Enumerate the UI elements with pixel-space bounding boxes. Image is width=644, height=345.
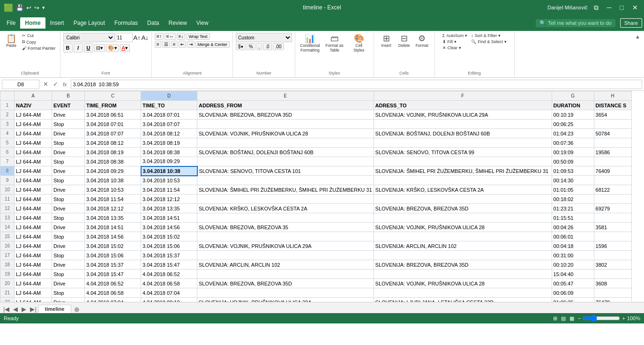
zoom-in-icon[interactable]: + xyxy=(622,315,625,321)
format-button[interactable]: ⚙ Format xyxy=(413,33,430,49)
cell-reference-input[interactable] xyxy=(2,80,39,89)
cell-e3[interactable] xyxy=(197,120,374,129)
cell-g6[interactable]: 00:19:09 xyxy=(552,148,594,157)
cell-c1[interactable]: TIME_FROM xyxy=(85,101,141,110)
align-middle-icon[interactable]: ≡↔ xyxy=(165,33,176,40)
cell-g1[interactable]: DURATION xyxy=(552,101,594,110)
cell-d16[interactable]: 3.04.2018 15:06 xyxy=(141,241,197,251)
cell-f4[interactable]: SLOVENIJA: BOŠTANJ, DOLENJI BOŠTANJ 60B xyxy=(374,129,552,138)
indent-decrease-icon[interactable]: ⇤ xyxy=(179,41,186,48)
cell-a7[interactable]: LJ 644-AM xyxy=(15,157,52,166)
cell-b22[interactable]: Drive xyxy=(52,298,85,302)
cell-c10[interactable]: 3.04.2018 10:53 xyxy=(85,185,141,195)
cell-f13[interactable] xyxy=(374,213,552,223)
menu-insert[interactable]: Insert xyxy=(45,17,69,29)
cell-h22[interactable]: 76478 xyxy=(594,298,631,302)
cell-a8[interactable]: LJ 644-AM xyxy=(15,166,52,176)
decimal-increase-icon[interactable]: .0 xyxy=(263,43,271,50)
cell-d11[interactable]: 3.04.2018 12:12 xyxy=(141,195,197,204)
cell-h8[interactable]: 76409 xyxy=(594,166,631,176)
cell-d17[interactable]: 3.04.2018 15:37 xyxy=(141,251,197,260)
cell-h12[interactable]: 69279 xyxy=(594,204,631,213)
cell-d7[interactable]: 3.04.2018 09:29 xyxy=(141,157,197,166)
cell-e15[interactable] xyxy=(197,232,374,241)
cell-c3[interactable]: 3.04.2018 07:01 xyxy=(85,120,141,129)
cell-a6[interactable]: LJ 644-AM xyxy=(15,148,52,157)
zoom-slider[interactable] xyxy=(583,315,620,322)
cell-h10[interactable]: 68122 xyxy=(594,185,631,195)
cell-g4[interactable]: 01:04:23 xyxy=(552,129,594,138)
cell-e2[interactable]: SLOVENIJA: BREZOVA, BREZOVA 35D xyxy=(197,110,374,120)
cell-e14[interactable]: SLOVENIJA: BREZOVA, BREZOVA 35 xyxy=(197,223,374,232)
align-center-icon[interactable]: ☰ xyxy=(162,41,170,48)
cell-b17[interactable]: Stop xyxy=(52,251,85,260)
cell-f17[interactable] xyxy=(374,251,552,260)
cell-b14[interactable]: Drive xyxy=(52,223,85,232)
cell-c2[interactable]: 3.04.2018 06:51 xyxy=(85,110,141,120)
font-shrink-icon[interactable]: A↓ xyxy=(142,34,149,41)
cell-a14[interactable]: LJ 644-AM xyxy=(15,223,52,232)
col-header-h[interactable]: H xyxy=(594,91,631,101)
close-icon[interactable]: ✕ xyxy=(630,3,640,12)
cell-d20[interactable]: 4.04.2018 06:58 xyxy=(141,279,197,288)
cell-g11[interactable]: 00:18:02 xyxy=(552,195,594,204)
cell-g3[interactable]: 00:06:25 xyxy=(552,120,594,129)
cell-a1[interactable]: NAZIV xyxy=(15,101,52,110)
ribbon-collapse-icon[interactable]: ▲ xyxy=(632,33,643,40)
cell-e5[interactable] xyxy=(197,138,374,148)
cell-e9[interactable] xyxy=(197,176,374,185)
currency-icon[interactable]: $▾ xyxy=(236,43,246,50)
cell-d4[interactable]: 3.04.2018 08:12 xyxy=(141,129,197,138)
col-header-e[interactable]: E xyxy=(197,91,374,101)
cell-e1[interactable]: ADDRESS_FROM xyxy=(197,101,374,110)
cell-c8[interactable]: 3.04.2018 09:29 xyxy=(85,166,141,176)
cell-d21[interactable]: 4.04.2018 07:04 xyxy=(141,288,197,298)
cell-f7[interactable] xyxy=(374,157,552,166)
cell-h9[interactable] xyxy=(594,176,631,185)
cell-c4[interactable]: 3.04.2018 07:07 xyxy=(85,129,141,138)
cell-h17[interactable] xyxy=(594,251,631,260)
cell-d15[interactable]: 3.04.2018 15:02 xyxy=(141,232,197,241)
cell-h21[interactable] xyxy=(594,288,631,298)
merge-center-button[interactable]: Merge & Center xyxy=(195,41,230,48)
minimize-icon[interactable]: ─ xyxy=(605,3,614,12)
cell-c20[interactable]: 4.04.2018 06:52 xyxy=(85,279,141,288)
insert-button[interactable]: ⊞ Insert xyxy=(378,33,395,49)
clear-button[interactable]: ✕ Clear ▾ xyxy=(441,45,469,51)
cell-g22[interactable]: 01:06:26 xyxy=(552,298,594,302)
cell-h4[interactable]: 50784 xyxy=(594,129,631,138)
sheet-next-icon[interactable]: ▶ xyxy=(20,305,28,313)
cell-e16[interactable]: SLOVENIJA: VOJNIK, PRUŠNIKOVA ULICA 29A xyxy=(197,241,374,251)
cell-b15[interactable]: Stop xyxy=(52,232,85,241)
cell-a10[interactable]: LJ 644-AM xyxy=(15,185,52,195)
cell-f3[interactable] xyxy=(374,120,552,129)
cell-f16[interactable]: SLOVENIJA: ARCLIN, ARCLIN 102 xyxy=(374,241,552,251)
cell-h19[interactable] xyxy=(594,270,631,279)
cell-a15[interactable]: LJ 644-AM xyxy=(15,232,52,241)
cell-b9[interactable]: Stop xyxy=(52,176,85,185)
cell-b6[interactable]: Drive xyxy=(52,148,85,157)
cell-d18[interactable]: 3.04.2018 15:47 xyxy=(141,260,197,270)
cell-e10[interactable]: SLOVENIJA: ŠMIHEL PRI ŽUŽEMBERKU, ŠMIHEL… xyxy=(197,185,374,195)
cell-a19[interactable]: LJ 644-AM xyxy=(15,270,52,279)
cell-g2[interactable]: 00:10:19 xyxy=(552,110,594,120)
sort-filter-button[interactable]: ↕ Sort & Filter ▾ xyxy=(470,33,508,38)
cell-f15[interactable] xyxy=(374,232,552,241)
cell-g9[interactable]: 00:14:30 xyxy=(552,176,594,185)
font-color-icon[interactable]: A▾ xyxy=(120,44,130,52)
col-header-g[interactable]: G xyxy=(552,91,594,101)
cell-c7[interactable]: 3.04.2018 08:38 xyxy=(85,157,141,166)
cell-g14[interactable]: 00:04:26 xyxy=(552,223,594,232)
font-grow-icon[interactable]: A↑ xyxy=(134,34,141,41)
cell-f22[interactable]: SLOVENIJA: LJUBLJANA, LETALIŠKA CESTA 33… xyxy=(374,298,552,302)
cell-d6[interactable]: 3.04.2018 08:38 xyxy=(141,148,197,157)
cell-f1[interactable]: ADRESS_TO xyxy=(374,101,552,110)
format-painter-button[interactable]: 🖌 Format Painter xyxy=(21,45,57,51)
cell-c13[interactable]: 3.04.2018 13:35 xyxy=(85,213,141,223)
cell-e22[interactable]: SLOVENIJA: VOJNIK, PRUŠNIKOVA ULICA 29A xyxy=(197,298,374,302)
cell-c9[interactable]: 3.04.2018 10:38 xyxy=(85,176,141,185)
cell-d19[interactable]: 4.04.2018 06:52 xyxy=(141,270,197,279)
align-right-icon[interactable]: ≡ xyxy=(171,41,178,48)
cell-a11[interactable]: LJ 644-AM xyxy=(15,195,52,204)
cell-a2[interactable]: LJ 644-AM xyxy=(15,110,52,120)
